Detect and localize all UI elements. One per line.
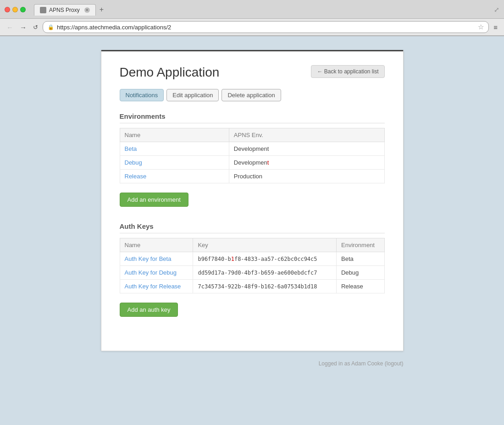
env-apns-cell: Production xyxy=(229,170,384,183)
bookmark-button[interactable]: ☆ xyxy=(478,23,484,31)
auth-env-cell: Beta xyxy=(336,252,384,266)
logout-link[interactable]: logout xyxy=(387,360,402,367)
env-name-cell: Release xyxy=(120,170,229,183)
card-header: Demo Application ← Back to application l… xyxy=(120,65,385,80)
notifications-button[interactable]: Notifications xyxy=(120,89,164,101)
active-tab[interactable]: APNS Proxy ✕ xyxy=(34,4,96,16)
page-title: Demo Application xyxy=(120,65,220,80)
footer-text: Logged in as Adam Cooke ( xyxy=(319,360,387,367)
auth-key-debug-value: dd59d17a-79d0-4bf3-b659-ae600ebdcfc7 xyxy=(198,270,317,276)
auth-env-cell: Release xyxy=(336,280,384,293)
minimize-traffic-light[interactable] xyxy=(12,7,18,12)
env-name-header: Name xyxy=(120,128,229,142)
auth-key-cell: dd59d17a-79d0-4bf3-b659-ae600ebdcfc7 xyxy=(193,266,337,280)
table-row: Beta Development xyxy=(120,142,384,156)
forward-button[interactable]: → xyxy=(18,22,28,32)
auth-keys-table-header-row: Name Key Environment xyxy=(120,238,384,252)
env-name-cell: Beta xyxy=(120,142,229,156)
browser-menu-button[interactable]: ≡ xyxy=(492,22,499,32)
add-auth-key-button[interactable]: Add an auth key xyxy=(120,303,178,317)
add-environment-button[interactable]: Add an environment xyxy=(120,193,188,207)
footer: Logged in as Adam Cooke (logout) xyxy=(101,360,404,367)
close-traffic-light[interactable] xyxy=(5,7,10,12)
env-name-cell: Debug xyxy=(120,156,229,170)
tab-title: APNS Proxy xyxy=(49,7,80,13)
auth-keys-section: Auth Keys Name Key Environment Auth Key … xyxy=(120,222,385,328)
auth-env-cell: Debug xyxy=(336,266,384,280)
auth-key-beta-link[interactable]: Auth Key for Beta xyxy=(125,255,172,262)
auth-key-header: Key xyxy=(193,238,337,252)
page-background: Demo Application ← Back to application l… xyxy=(0,36,504,411)
auth-key-release-value: 7c345734-922b-48f9-b162-6a07534b1d18 xyxy=(198,283,317,290)
env-apns-header: APNS Env. xyxy=(229,128,384,142)
table-row: Auth Key for Beta b96f7840-b1f8-4833-aa5… xyxy=(120,252,384,266)
environments-title: Environments xyxy=(120,112,385,123)
auth-name-cell: Auth Key for Release xyxy=(120,280,193,293)
environments-section: Environments Name APNS Env. Beta Develop… xyxy=(120,112,385,218)
auth-key-beta-value: b96f7840-b1f8-4833-aa57-c62bc0cc94c5 xyxy=(198,256,317,262)
auth-env-header: Environment xyxy=(336,238,384,252)
auth-key-debug-link[interactable]: Auth Key for Debug xyxy=(125,269,177,276)
auth-name-header: Name xyxy=(120,238,193,252)
table-row: Debug Development xyxy=(120,156,384,170)
refresh-button[interactable]: ↺ xyxy=(31,23,40,32)
back-button[interactable]: ← xyxy=(5,22,15,32)
env-apns-cell: Development xyxy=(229,142,384,156)
edit-application-button[interactable]: Edit application xyxy=(166,89,219,101)
traffic-lights xyxy=(5,7,26,12)
url-text: https://apns.atechmedia.com/applications… xyxy=(57,24,475,31)
back-to-list-button[interactable]: ← Back to application list xyxy=(311,65,384,78)
env-release-link[interactable]: Release xyxy=(125,173,147,180)
environments-table-header-row: Name APNS Env. xyxy=(120,128,384,142)
auth-key-cell: b96f7840-b1f8-4833-aa57-c62bc0cc94c5 xyxy=(193,252,337,266)
address-bar[interactable]: 🔒 https://apns.atechmedia.com/applicatio… xyxy=(43,21,489,33)
auth-name-cell: Auth Key for Debug xyxy=(120,266,193,280)
maximize-traffic-light[interactable] xyxy=(20,7,26,12)
table-row: Release Production xyxy=(120,170,384,183)
delete-application-button[interactable]: Delete application xyxy=(222,89,281,101)
fullscreen-button[interactable]: ⤢ xyxy=(494,6,499,13)
new-tab-button[interactable]: + xyxy=(96,4,107,16)
environments-table: Name APNS Env. Beta Development Debug De… xyxy=(120,128,385,183)
auth-key-cell: 7c345734-922b-48f9-b162-6a07534b1d18 xyxy=(193,280,337,293)
tab-favicon xyxy=(40,7,46,13)
action-buttons: Notifications Edit application Delete ap… xyxy=(120,89,385,101)
browser-chrome: APNS Proxy ✕ + ⤢ ← → ↺ 🔒 https://apns.at… xyxy=(0,0,504,36)
auth-name-cell: Auth Key for Beta xyxy=(120,252,193,266)
tab-bar: APNS Proxy ✕ + xyxy=(29,4,112,16)
table-row: Auth Key for Release 7c345734-922b-48f9-… xyxy=(120,280,384,293)
env-beta-link[interactable]: Beta xyxy=(125,145,137,152)
app-card: Demo Application ← Back to application l… xyxy=(101,50,404,351)
table-row: Auth Key for Debug dd59d17a-79d0-4bf3-b6… xyxy=(120,266,384,280)
toolbar: ← → ↺ 🔒 https://apns.atechmedia.com/appl… xyxy=(0,18,504,36)
env-debug-link[interactable]: Debug xyxy=(125,159,142,166)
tab-close-button[interactable]: ✕ xyxy=(84,7,90,13)
footer-text-end: ) xyxy=(402,360,404,367)
lock-icon: 🔒 xyxy=(48,24,54,30)
auth-keys-title: Auth Keys xyxy=(120,222,385,233)
env-apns-cell: Development xyxy=(229,156,384,170)
auth-keys-table: Name Key Environment Auth Key for Beta b… xyxy=(120,238,385,293)
auth-key-release-link[interactable]: Auth Key for Release xyxy=(125,283,181,290)
